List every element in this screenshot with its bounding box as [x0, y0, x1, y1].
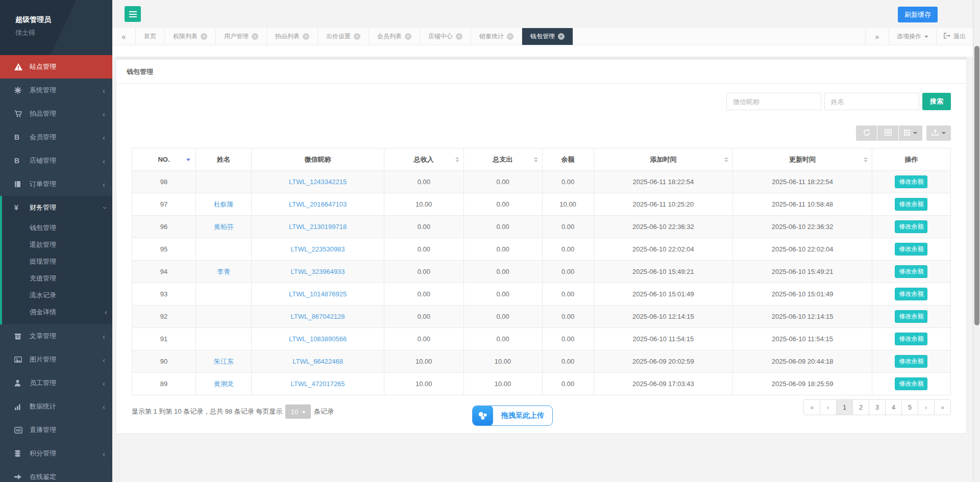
close-icon[interactable]: ×: [303, 33, 309, 40]
sidebar-item[interactable]: 拍品管理‹: [0, 102, 112, 125]
close-icon[interactable]: ×: [405, 33, 411, 40]
sidebar-subitem[interactable]: 佣金详情‹: [2, 303, 112, 320]
page-button[interactable]: 4: [885, 399, 902, 415]
column-header[interactable]: NO.: [132, 148, 196, 171]
name-link[interactable]: 李青: [217, 268, 230, 275]
sidebar-subitem[interactable]: 退款管理: [2, 236, 112, 253]
modify-balance-button[interactable]: 修改余额: [895, 310, 927, 323]
sidebar-subitem-label: 提现管理: [30, 257, 56, 266]
sidebar-item[interactable]: 员工管理‹: [0, 371, 112, 395]
column-header[interactable]: 更新时间: [733, 148, 872, 171]
search-button[interactable]: 搜索: [922, 93, 951, 110]
sidebar-subitem[interactable]: 充值管理: [2, 270, 112, 287]
nickname-link[interactable]: LTWL_1243342215: [289, 178, 347, 186]
tab[interactable]: 拍品列表×: [267, 28, 318, 45]
modify-balance-button[interactable]: 修改余额: [895, 377, 927, 390]
tab[interactable]: 钱包管理×: [522, 28, 573, 45]
tab[interactable]: 用户管理×: [216, 28, 267, 45]
nickname-link[interactable]: LTWL_1014876925: [289, 290, 347, 298]
page-size-select[interactable]: 10: [285, 404, 310, 419]
sidebar-item[interactable]: 数据统计‹: [0, 395, 112, 418]
page-button[interactable]: 5: [901, 399, 918, 415]
options-dropdown[interactable]: 选项操作: [889, 28, 936, 45]
nickname-link[interactable]: LTWL_66422468: [292, 358, 343, 365]
tabs-scroll-left-button[interactable]: «: [112, 28, 136, 45]
modify-balance-button[interactable]: 修改余额: [895, 175, 927, 188]
sidebar-item[interactable]: HD直播管理: [0, 418, 112, 442]
sidebar-item[interactable]: 文章管理‹: [0, 324, 112, 348]
refresh-cache-button[interactable]: 刷新缓存: [898, 7, 938, 22]
hamburger-menu-button[interactable]: [125, 6, 141, 22]
modify-balance-button[interactable]: 修改余额: [895, 333, 927, 345]
tabs-scroll-right-button[interactable]: »: [865, 28, 889, 45]
sidebar-item[interactable]: ¥财务管理‹: [2, 196, 112, 219]
sidebar-subitem[interactable]: 流水记录: [2, 287, 112, 303]
scrollbar-thumb[interactable]: [974, 46, 979, 325]
close-icon[interactable]: ×: [252, 33, 258, 40]
tab[interactable]: 出价设置×: [318, 28, 369, 45]
name-cell: [196, 328, 252, 350]
nickname-link[interactable]: LTWL_2130199718: [289, 223, 347, 231]
refresh-button[interactable]: [856, 125, 877, 141]
sidebar-item[interactable]: 积分管理‹: [0, 442, 112, 465]
modify-balance-button[interactable]: 修改余额: [895, 288, 927, 300]
modify-balance-button[interactable]: 修改余额: [895, 243, 927, 256]
close-icon[interactable]: ×: [558, 33, 565, 40]
modify-balance-button[interactable]: 修改余额: [895, 355, 927, 368]
sidebar-item[interactable]: 订单管理‹: [0, 172, 112, 196]
income-cell: 0.00: [384, 261, 464, 283]
sidebar-item[interactable]: 在线鉴定: [0, 465, 112, 482]
nickname-link[interactable]: LTWL_472017265: [291, 380, 345, 388]
page-button[interactable]: 2: [852, 399, 869, 415]
nickname-link[interactable]: LTWL_867042128: [291, 313, 345, 320]
page-button[interactable]: ›: [918, 399, 935, 415]
column-header[interactable]: 总支出: [463, 148, 542, 171]
nickname-link[interactable]: LTWL_1083890566: [289, 335, 347, 343]
name-link[interactable]: 黄柏芬: [214, 223, 234, 231]
modify-balance-button[interactable]: 修改余额: [895, 220, 927, 233]
close-icon[interactable]: ×: [507, 33, 513, 40]
added-cell: 2025-06-11 18:22:54: [594, 171, 733, 193]
close-icon[interactable]: ×: [354, 33, 360, 40]
modify-balance-button[interactable]: 修改余额: [895, 198, 927, 211]
page-button[interactable]: »: [934, 399, 951, 415]
tab[interactable]: 会员列表×: [369, 28, 420, 45]
page-scrollbar[interactable]: [973, 0, 980, 482]
upload-dropzone[interactable]: 拖拽至此上传: [472, 405, 553, 426]
name-link[interactable]: 朱江东: [214, 358, 234, 365]
page-button[interactable]: «: [803, 399, 820, 415]
tab[interactable]: 店铺中心×: [420, 28, 471, 45]
page-button[interactable]: 3: [869, 399, 886, 415]
page-button[interactable]: 1: [836, 399, 853, 415]
sidebar-subitem[interactable]: 提现管理: [2, 253, 112, 270]
sidebar-item[interactable]: B店铺管理‹: [0, 149, 112, 172]
columns-button[interactable]: [899, 125, 922, 141]
export-button[interactable]: [926, 125, 951, 141]
page-button[interactable]: ‹: [820, 399, 837, 415]
nickname-link[interactable]: LTWL_223530983: [291, 245, 345, 253]
column-header[interactable]: 总收入: [384, 148, 464, 171]
sidebar-item[interactable]: B会员管理‹: [0, 125, 112, 149]
sidebar-item[interactable]: 系统管理‹: [0, 79, 112, 102]
tab[interactable]: 销量统计×: [471, 28, 522, 45]
tab[interactable]: 权限列表×: [165, 28, 216, 45]
nickname-link[interactable]: LTWL_2016647103: [289, 200, 347, 208]
wechat-nickname-input[interactable]: [726, 93, 821, 110]
toggle-view-button[interactable]: [877, 125, 898, 141]
export-icon: [932, 129, 939, 137]
tab[interactable]: 首页: [136, 28, 165, 45]
close-icon[interactable]: ×: [201, 33, 207, 40]
sidebar-item[interactable]: 站点管理: [0, 55, 112, 79]
name-link[interactable]: 黄潮龙: [214, 380, 234, 388]
name-input[interactable]: [824, 93, 919, 110]
sidebar-item[interactable]: 图片管理‹: [0, 348, 112, 371]
name-link[interactable]: 杜叙隆: [214, 200, 234, 208]
column-header[interactable]: 添加时间: [594, 148, 733, 171]
nickname-link[interactable]: LTWL_323964933: [291, 268, 345, 275]
svg-text:HD: HD: [16, 428, 21, 432]
logout-button[interactable]: 退出: [936, 28, 973, 45]
close-icon[interactable]: ×: [456, 33, 462, 40]
modify-balance-button[interactable]: 修改余额: [895, 265, 927, 278]
income-cell: 0.00: [384, 238, 464, 261]
sidebar-subitem[interactable]: 钱包管理: [2, 219, 112, 236]
